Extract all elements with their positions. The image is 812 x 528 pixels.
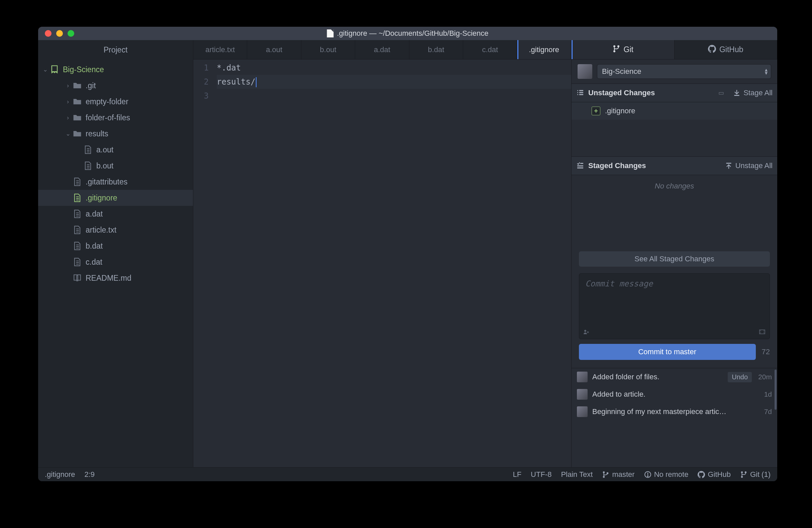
tree-root-label: Big-Science xyxy=(63,65,104,74)
svg-point-5 xyxy=(577,92,578,93)
commit-row: Commit to master 72 xyxy=(579,344,770,360)
svg-point-21 xyxy=(741,471,743,473)
status-grammar[interactable]: Plain Text xyxy=(561,470,593,479)
commit-button[interactable]: Commit to master xyxy=(579,344,756,360)
status-github[interactable]: GitHub xyxy=(698,470,730,479)
svg-rect-13 xyxy=(726,163,731,164)
avatar xyxy=(577,389,588,400)
stage-all-button[interactable]: Stage All xyxy=(733,89,772,97)
code-line[interactable]: results/ xyxy=(217,75,571,89)
status-git-label: Git (1) xyxy=(750,470,770,479)
minimize-window-button[interactable] xyxy=(56,30,63,37)
unstage-all-label: Unstage All xyxy=(736,162,772,170)
avatar xyxy=(577,406,588,417)
tree-file[interactable]: b.dat xyxy=(38,238,193,254)
history-age: 7d xyxy=(756,408,772,416)
editor-tab[interactable]: a.out xyxy=(247,40,301,59)
book-icon xyxy=(73,274,82,282)
unstage-all-button[interactable]: Unstage All xyxy=(725,162,772,170)
tree-file[interactable]: b.out xyxy=(38,158,193,174)
svg-rect-8 xyxy=(579,94,583,95)
history-row[interactable]: Beginning of my next masterpiece artic…7… xyxy=(571,403,777,420)
tab-git-label: Git xyxy=(624,45,634,54)
tree-item-label: a.dat xyxy=(86,210,103,218)
tree-file[interactable]: .gitignore xyxy=(38,190,193,206)
project-sidebar: Project ⌄Big-Science›.git›empty-folder›f… xyxy=(38,40,193,467)
undo-button[interactable]: Undo xyxy=(728,372,752,382)
svg-point-23 xyxy=(745,471,747,473)
status-line-ending[interactable]: LF xyxy=(513,470,521,479)
code-line[interactable]: *.dat xyxy=(217,61,571,75)
editor-tab[interactable]: b.dat xyxy=(409,40,463,59)
code-line[interactable] xyxy=(217,89,571,103)
status-branch[interactable]: master xyxy=(602,470,634,479)
editor-tab-label: article.txt xyxy=(205,45,235,54)
line-number: 3 xyxy=(193,89,209,103)
status-git[interactable]: Git (1) xyxy=(740,470,770,479)
tab-github[interactable]: GitHub xyxy=(675,40,778,59)
tree-file[interactable]: README.md xyxy=(38,270,193,286)
add-coauthor-icon[interactable] xyxy=(583,329,590,335)
editor[interactable]: 123 *.datresults/ xyxy=(193,60,571,467)
statusbar: .gitignore 2:9 LF UTF-8 Plain Text maste… xyxy=(38,467,777,481)
staged-header: Staged Changes Unstage All xyxy=(571,156,777,175)
status-cursor[interactable]: 2:9 xyxy=(85,470,95,479)
repo-select-value: Big-Science xyxy=(602,67,641,76)
svg-rect-10 xyxy=(580,163,583,164)
tree-file[interactable]: c.dat xyxy=(38,254,193,270)
repo-select[interactable]: Big-Science ▴▾ xyxy=(597,64,771,79)
chevron-updown-icon: ▴▾ xyxy=(765,68,768,75)
svg-point-22 xyxy=(741,476,743,478)
tree-root[interactable]: ⌄Big-Science xyxy=(38,61,193,77)
repo-icon xyxy=(50,65,59,74)
close-window-button[interactable] xyxy=(45,30,52,37)
tree-file[interactable]: .gitattributes xyxy=(38,174,193,190)
zoom-window-button[interactable] xyxy=(68,30,74,37)
file-icon xyxy=(73,178,82,186)
status-encoding[interactable]: UTF-8 xyxy=(531,470,551,479)
svg-point-2 xyxy=(618,45,619,47)
avatar xyxy=(577,372,588,382)
unstaged-label: Unstaged Changes xyxy=(588,89,712,97)
svg-point-1 xyxy=(613,50,615,52)
tree-file[interactable]: article.txt xyxy=(38,222,193,238)
editor-tab-label: a.dat xyxy=(374,45,390,54)
svg-point-0 xyxy=(613,45,615,47)
commit-message-input[interactable] xyxy=(579,274,770,327)
status-remote[interactable]: No remote xyxy=(644,470,688,479)
history-row[interactable]: Added to article.1d xyxy=(571,386,777,403)
svg-rect-9 xyxy=(735,95,739,96)
expand-icon[interactable] xyxy=(759,329,766,335)
editor-tab[interactable]: a.dat xyxy=(355,40,409,59)
code-area[interactable]: *.datresults/ xyxy=(217,60,571,467)
editor-tab[interactable]: b.out xyxy=(301,40,355,59)
tree-file[interactable]: a.dat xyxy=(38,206,193,222)
branch-icon xyxy=(602,471,609,478)
tree-file[interactable]: a.out xyxy=(38,142,193,158)
collapse-icon[interactable]: ▭ xyxy=(716,89,726,97)
added-badge: + xyxy=(592,107,600,115)
editor-tab[interactable]: .gitignore xyxy=(517,40,571,59)
tree-folder[interactable]: ›empty-folder xyxy=(38,94,193,110)
tree-item-label: a.out xyxy=(96,145,113,154)
editor-tab-label: c.dat xyxy=(482,45,498,54)
svg-point-20 xyxy=(648,476,648,476)
list-icon xyxy=(576,89,584,97)
tree-item-label: b.dat xyxy=(86,242,103,251)
status-branch-label: master xyxy=(612,470,634,479)
unstaged-file-row[interactable]: +.gitignore xyxy=(571,102,777,120)
editor-tab[interactable]: article.txt xyxy=(193,40,247,59)
history-row[interactable]: Added folder of files.Undo20m xyxy=(571,368,777,386)
tree-folder[interactable]: ›.git xyxy=(38,77,193,94)
github-icon xyxy=(698,471,705,478)
tab-git[interactable]: Git xyxy=(571,40,675,59)
history-message: Added to article. xyxy=(592,390,752,399)
line-number: 1 xyxy=(193,61,209,75)
tree-folder[interactable]: ›folder-of-files xyxy=(38,110,193,126)
status-file[interactable]: .gitignore xyxy=(45,470,75,479)
see-all-staged-button[interactable]: See All Staged Changes xyxy=(579,251,770,267)
svg-point-14 xyxy=(584,330,586,332)
tree-item-label: README.md xyxy=(86,274,131,283)
editor-tab[interactable]: c.dat xyxy=(463,40,517,59)
tree-folder[interactable]: ⌄results xyxy=(38,126,193,142)
